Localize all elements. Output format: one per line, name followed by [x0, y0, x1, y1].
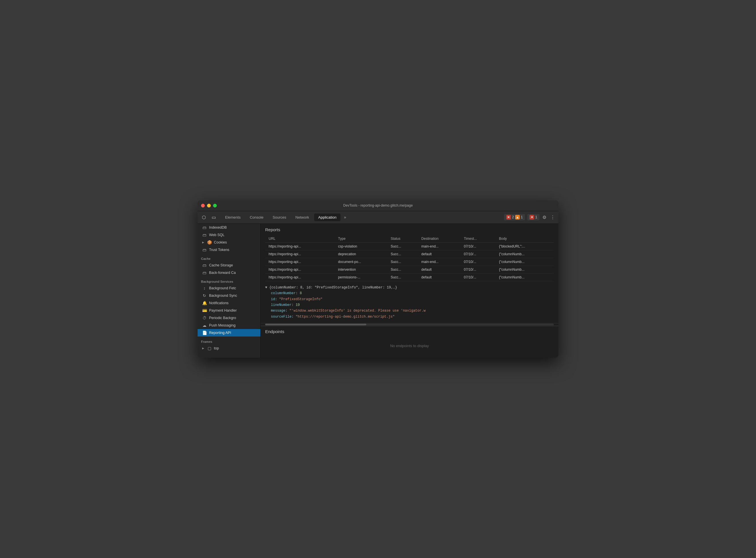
json-field-id: id: "PrefixedStorageInfo" [265, 297, 554, 302]
minimize-button[interactable] [207, 204, 211, 207]
cursor-icon[interactable]: ⬡ [200, 213, 208, 221]
frame-icon: ▢ [207, 346, 212, 351]
endpoints-title: Endpoints [265, 329, 554, 334]
cookie-icon: 🍪 [207, 240, 212, 245]
sidebar-item-periodicbg[interactable]: ⏱ Periodic Backgro [198, 314, 260, 322]
sidebar-item-label: Trust Tokens [209, 248, 229, 252]
warning-count: 1 [521, 215, 523, 219]
sidebar-item-label: Push Messaging [209, 323, 236, 327]
database-icon: 🗃 [202, 233, 207, 237]
error-badge-group[interactable]: ✕ 2 ▲ 1 [504, 214, 525, 220]
col-destination: Destination [418, 235, 460, 243]
sidebar-item-label: Back-forward Ca [209, 271, 236, 275]
database-icon: 🗃 [202, 225, 207, 230]
main-layout: 🗃 IndexedDB 🗃 Web SQL ▶ 🍪 Cookies 🗃 Trus… [198, 224, 558, 358]
cell-timestamp: 07/10/... [461, 250, 496, 258]
scroll-track [265, 324, 554, 325]
sidebar-item-trusttokens[interactable]: 🗃 Trust Tokens [198, 246, 260, 254]
tab-console[interactable]: Console [246, 213, 267, 221]
cell-destination: main-end... [418, 243, 460, 250]
json-header-line: ▼ {columnNumber: 8, id: "PrefixedStorage… [265, 285, 554, 290]
cell-status: Succ... [387, 258, 418, 265]
sidebar-item-label: Reporting API [209, 331, 231, 335]
device-icon[interactable]: ▭ [210, 213, 218, 221]
cell-type: deprecation [335, 250, 387, 258]
sidebar-item-frames-top[interactable]: ▶ ▢ top [198, 345, 260, 352]
database-icon: 🗃 [202, 271, 207, 275]
sidebar-item-cookies[interactable]: ▶ 🍪 Cookies [198, 239, 260, 246]
tab-elements[interactable]: Elements [221, 213, 245, 221]
sidebar-item-paymenthandler[interactable]: 💳 Payment Handler [198, 307, 260, 314]
cell-destination: main-end... [418, 258, 460, 265]
cell-status: Succ... [387, 243, 418, 250]
maximize-button[interactable] [213, 204, 217, 207]
sidebar-item-cachestorage[interactable]: 🗃 Cache Storage [198, 261, 260, 269]
cell-status: Succ... [387, 250, 418, 258]
cell-destination: default [418, 250, 460, 258]
tab-application[interactable]: Application [314, 213, 340, 221]
frames-section-label: Frames [198, 336, 260, 345]
close-button[interactable] [201, 204, 205, 207]
sidebar-item-label: Notifications [209, 301, 228, 305]
sidebar-item-bgfetch[interactable]: ↕ Background Fetc [198, 284, 260, 292]
sidebar-item-label: Cache Storage [209, 263, 233, 267]
sidebar: 🗃 IndexedDB 🗃 Web SQL ▶ 🍪 Cookies 🗃 Trus… [198, 224, 261, 358]
json-field-message: message: "'window.webkitStorageInfo' is … [265, 308, 554, 314]
table-row[interactable]: https://reporting-api...permissions-...S… [265, 273, 554, 281]
table-row[interactable]: https://reporting-api...interventionSucc… [265, 265, 554, 273]
tab-network[interactable]: Network [292, 213, 313, 221]
sidebar-item-label: Web SQL [209, 233, 224, 237]
sidebar-item-backforward[interactable]: 🗃 Back-forward Ca [198, 269, 260, 276]
violation-icon: ✕ [530, 215, 534, 220]
cell-body: {"columnNumb... [496, 250, 554, 258]
toolbar: ⬡ ▭ Elements Console Sources Network App… [198, 211, 558, 224]
warning-icon: ▲ [515, 215, 520, 220]
more-tabs-button[interactable]: » [342, 215, 348, 220]
sidebar-item-pushmessaging[interactable]: ☁ Push Messaging [198, 322, 260, 329]
json-field-sourcefile: sourceFile: "https://reporting-api-demo.… [265, 314, 554, 320]
sidebar-item-bgsync[interactable]: ↻ Background Sync [198, 292, 260, 299]
cell-url: https://reporting-api... [265, 258, 335, 265]
cell-timestamp: 07/10/... [461, 273, 496, 281]
cell-type: intervention [335, 265, 387, 273]
cell-body: {"columnNumb... [496, 273, 554, 281]
cell-type: document-po... [335, 258, 387, 265]
cell-body: {"columnNumb... [496, 258, 554, 265]
col-timestamp: Timest... [461, 235, 496, 243]
sidebar-item-label: Background Fetc [209, 286, 236, 290]
reports-title: Reports [265, 227, 554, 232]
reports-table: URL Type Status Destination Timest... Bo… [265, 235, 554, 281]
cell-body: {"blockedURL":... [496, 243, 554, 250]
endpoints-empty-message: No endpoints to display [265, 337, 554, 355]
json-detail-panel: ▼ {columnNumber: 8, id: "PrefixedStorage… [261, 281, 558, 323]
sidebar-item-notifications[interactable]: 🔔 Notifications [198, 299, 260, 307]
tab-sources[interactable]: Sources [269, 213, 290, 221]
error-count: 2 [512, 215, 514, 219]
sidebar-item-indexeddb[interactable]: 🗃 IndexedDB [198, 224, 260, 231]
violation-badge-group[interactable]: ✕ 1 [527, 214, 539, 220]
json-field-linenumber: lineNumber: 19 [265, 302, 554, 308]
cell-body: {"columnNumb... [496, 265, 554, 273]
sidebar-item-label: top [214, 346, 219, 350]
settings-icon[interactable]: ⚙ [541, 214, 548, 220]
devtools-window: DevTools - reporting-api-demo.glitch.me/… [198, 200, 558, 358]
horizontal-scrollbar[interactable] [261, 323, 558, 326]
table-row[interactable]: https://reporting-api...csp-violationSuc… [265, 243, 554, 250]
database-icon: 🗃 [202, 248, 207, 252]
cell-destination: default [418, 265, 460, 273]
col-url: URL [265, 235, 335, 243]
reports-section: Reports URL Type Status Destination Time… [261, 224, 558, 281]
cell-timestamp: 07/10/... [461, 265, 496, 273]
table-row[interactable]: https://reporting-api...document-po...Su… [265, 258, 554, 265]
more-options-icon[interactable]: ⋮ [549, 214, 556, 220]
arrow-icon: ▶ [202, 241, 204, 244]
scroll-thumb[interactable] [265, 324, 366, 325]
sidebar-item-reportingapi[interactable]: 📄 Reporting API [198, 329, 260, 336]
payment-icon: 💳 [202, 308, 207, 313]
bgservices-section-label: Background Services [198, 276, 260, 284]
cell-status: Succ... [387, 273, 418, 281]
table-row[interactable]: https://reporting-api...deprecationSucc.… [265, 250, 554, 258]
reports-table-body: https://reporting-api...csp-violationSuc… [265, 243, 554, 281]
sidebar-item-websql[interactable]: 🗃 Web SQL [198, 231, 260, 239]
cell-timestamp: 07/10/... [461, 258, 496, 265]
